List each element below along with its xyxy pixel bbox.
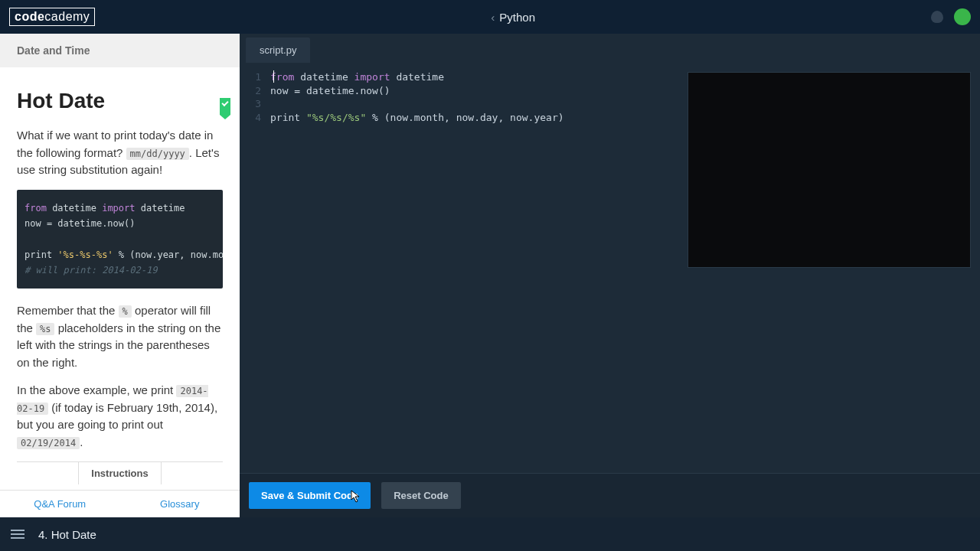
lesson-footer: Q&A Forum Glossary [0, 490, 240, 517]
instructions-tab[interactable]: Instructions [78, 461, 161, 484]
bookmark-complete-icon [220, 98, 230, 115]
lesson-paragraph: Remember that the % operator will fill t… [17, 302, 223, 371]
lesson-body: Hot Date What if we want to print today'… [0, 67, 240, 490]
workspace: script.py 1from datetime import datetime… [240, 34, 980, 517]
lesson-title: Hot Date [17, 89, 223, 113]
menu-icon[interactable] [11, 530, 24, 539]
text-cursor [273, 70, 274, 83]
lesson-panel: Date and Time Hot Date What if we want t… [0, 34, 240, 517]
terminal-panel[interactable] [688, 72, 971, 268]
bell-icon[interactable] [931, 11, 943, 23]
qa-forum-link[interactable]: Q&A Forum [0, 491, 120, 517]
lesson-intro: What if we want to print today's date in… [17, 127, 223, 179]
line-number: 4 [240, 111, 270, 125]
top-bar: codecademy ‹Python [0, 0, 980, 34]
line-number: 3 [240, 97, 270, 111]
editor-tabs: script.py [240, 34, 980, 63]
glossary-link[interactable]: Glossary [120, 491, 240, 517]
course-breadcrumb[interactable]: ‹Python [95, 11, 931, 24]
inline-code: mm/dd/yyyy [126, 148, 189, 160]
save-submit-button[interactable]: Save & Submit Code [249, 482, 371, 509]
code-editor[interactable]: 1from datetime import datetime 2now = da… [240, 63, 980, 473]
line-number: 1 [240, 70, 270, 84]
step-label[interactable]: 4. Hot Date [38, 528, 96, 541]
logo[interactable]: codecademy [9, 8, 95, 26]
avatar[interactable] [954, 8, 971, 25]
file-tab[interactable]: script.py [246, 37, 310, 63]
action-bar: Save & Submit Code Reset Code [240, 473, 980, 517]
example-code-block: from datetime import datetime now = date… [17, 190, 223, 289]
bottom-bar: 4. Hot Date [0, 517, 980, 551]
lesson-paragraph: In the above example, we print 2014-02-1… [17, 382, 223, 451]
reset-code-button[interactable]: Reset Code [381, 482, 461, 509]
instructions-tab-bar: Instructions [17, 461, 223, 485]
line-number: 2 [240, 84, 270, 98]
main-area: Date and Time Hot Date What if we want t… [0, 34, 980, 517]
lesson-section-header: Date and Time [0, 34, 240, 67]
chevron-left-icon: ‹ [491, 11, 495, 24]
